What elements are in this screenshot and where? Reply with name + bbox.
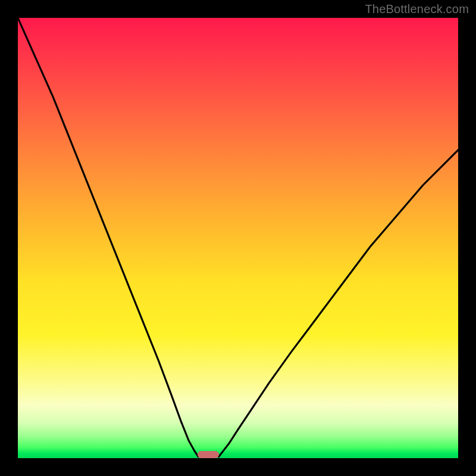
curve-layer [18, 18, 458, 458]
curve-right-branch [218, 150, 458, 457]
curve-left-branch [18, 18, 198, 457]
bottleneck-marker [198, 451, 219, 458]
chart-frame: TheBottleneck.com [0, 0, 476, 476]
plot-area [18, 18, 458, 458]
watermark-text: TheBottleneck.com [365, 2, 469, 16]
